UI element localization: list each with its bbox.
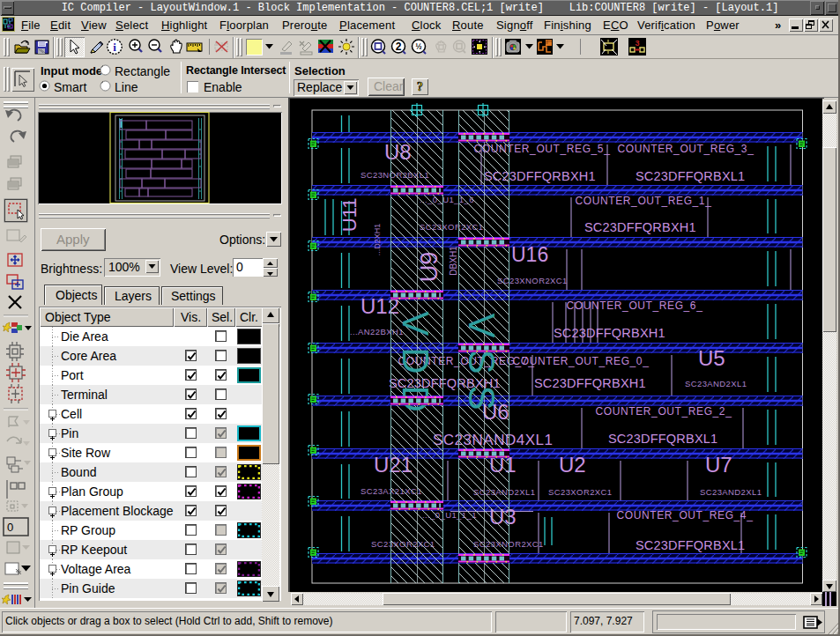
svg-text:SC23XOR2XC1: SC23XOR2XC1 <box>548 487 613 497</box>
svg-text:SC23DFFQRBXH1: SC23DFFQRBXH1 <box>554 326 665 340</box>
svg-text:VDD: VDD <box>395 311 436 424</box>
svg-text:U7: U7 <box>705 453 732 477</box>
svg-text:SC23DFFQRBXH1: SC23DFFQRBXH1 <box>584 220 696 234</box>
svg-text:SC23DFFQRBXL1: SC23DFFQRBXL1 <box>636 538 745 552</box>
svg-text:SC23AND2XL1: SC23AND2XL1 <box>700 487 762 497</box>
svg-text:...D2XH1: ...D2XH1 <box>373 224 382 256</box>
svg-text:SC23DFFQRBXL1: SC23DFFQRBXL1 <box>636 169 745 183</box>
svg-text:DBXH1: DBXH1 <box>449 246 458 276</box>
svg-text:½: ½ <box>415 42 422 51</box>
svg-text:SC23DFFQRBXH1: SC23DFFQRBXH1 <box>534 376 646 390</box>
svg-text:U11: U11 <box>338 198 361 233</box>
svg-text:COUNTER_OUT_REG_4_: COUNTER_OUT_REG_4_ <box>617 509 754 521</box>
svg-text:0: 0 <box>7 521 13 534</box>
svg-text:i: i <box>113 41 116 54</box>
svg-text:?: ? <box>417 80 423 93</box>
svg-text:U16: U16 <box>511 243 548 266</box>
svg-text:SC23DFFQRBXL1: SC23DFFQRBXL1 <box>608 432 717 446</box>
svg-text:U2: U2 <box>559 453 586 477</box>
svg-text:U5: U5 <box>698 346 725 370</box>
svg-text:3: 3 <box>635 39 639 48</box>
svg-text:COUNTER_OUT_REG_6_: COUNTER_OUT_REG_6_ <box>567 300 703 312</box>
svg-text:SC23AND2XL1: SC23AND2XL1 <box>685 379 747 388</box>
svg-text:COUNTER_OUT_REG_0_: COUNTER_OUT_REG_0_ <box>513 355 650 367</box>
svg-text:COUNTER_OUT_REG_1_: COUNTER_OUT_REG_1_ <box>576 195 712 207</box>
svg-text:2: 2 <box>396 41 402 53</box>
svg-text:VSS: VSS <box>461 313 502 421</box>
svg-text:COUNTER_OUT_REG_3_: COUNTER_OUT_REG_3_ <box>618 143 755 155</box>
svg-text:COUNTER_OUT_REG_2_: COUNTER_OUT_REG_2_ <box>596 405 732 418</box>
